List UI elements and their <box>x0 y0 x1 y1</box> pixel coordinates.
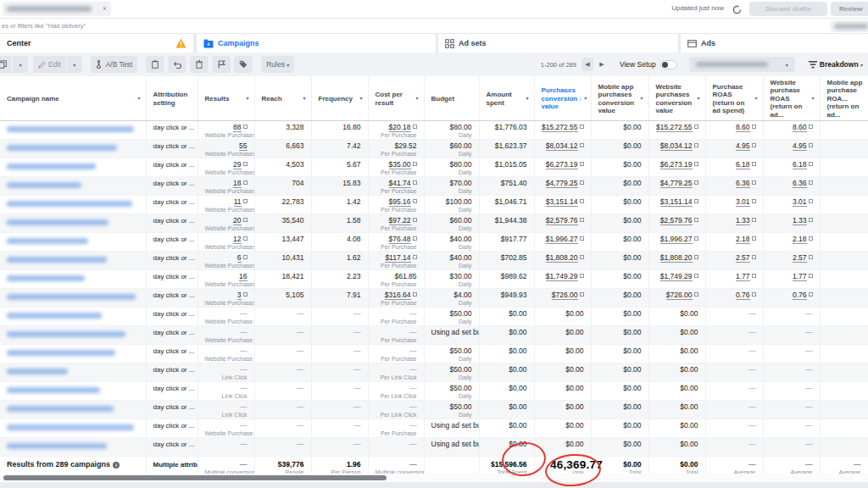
table-row[interactable]: day click or ...11Website Purchases22,78… <box>0 196 868 214</box>
proas-value[interactable]: 0.76 <box>736 291 750 300</box>
proas-value[interactable]: 8.60 <box>736 123 750 132</box>
duplicate-dropdown[interactable]: ▾ <box>13 56 28 73</box>
column-header-cost[interactable]: Cost per result▾ <box>368 76 424 121</box>
review-button[interactable]: Review <box>831 2 868 16</box>
table-row[interactable]: day click or ...—Link Click———Per Link C… <box>0 401 868 419</box>
proas-value[interactable]: 6.18 <box>736 160 750 169</box>
info-icon[interactable]: i <box>113 462 120 469</box>
date-range-picker[interactable] <box>830 20 868 32</box>
cell-campaign-name[interactable] <box>0 382 146 401</box>
cell-campaign-name[interactable] <box>0 345 146 363</box>
campaign-name-redacted[interactable] <box>7 443 107 449</box>
cell-campaign-name[interactable] <box>0 270 146 289</box>
campaign-name-redacted[interactable] <box>7 406 114 412</box>
campaign-name-redacted[interactable] <box>7 164 96 169</box>
campaign-name-redacted[interactable] <box>7 219 108 225</box>
cell-campaign-name[interactable] <box>0 233 146 252</box>
view-setup-toggle[interactable] <box>660 60 677 69</box>
header-caret-icon[interactable]: ▾ <box>246 96 248 102</box>
wproas-value[interactable]: 1.77 <box>793 272 807 281</box>
cell-campaign-name[interactable] <box>0 252 146 270</box>
campaign-name-redacted[interactable] <box>7 257 107 263</box>
cell-campaign-name[interactable] <box>0 177 146 196</box>
table-row[interactable]: day click or ...—Website Purchase———Per … <box>0 326 868 345</box>
wpcv-value[interactable]: $1,749.29 <box>660 272 693 281</box>
column-header-results[interactable]: Results▾ <box>198 76 254 121</box>
cell-campaign-name[interactable] <box>0 158 146 177</box>
cell-campaign-name[interactable] <box>0 140 146 158</box>
wproas-value[interactable]: 4.95 <box>793 141 807 151</box>
tab-ads[interactable]: Ads <box>681 34 868 53</box>
account-selector[interactable]: × <box>3 2 111 16</box>
wpcv-value[interactable]: $6,273.19 <box>660 160 693 169</box>
wproas-value[interactable]: 1.33 <box>793 216 807 225</box>
column-header-wproas[interactable]: Website purchase ROAS (return on ad...▾ <box>763 76 820 121</box>
header-caret-icon[interactable]: ▾ <box>526 96 528 102</box>
campaign-name-redacted[interactable] <box>7 182 81 188</box>
column-header-reach[interactable]: Reach▾ <box>254 76 311 121</box>
column-header-mapcv[interactable]: Mobile app purchases conversion value▾ <box>591 76 648 121</box>
cell-campaign-name[interactable] <box>0 308 146 326</box>
breakdown-button[interactable]: Breakdown ▾ <box>804 56 868 73</box>
table-row[interactable]: day click or ...20Website Purchases35,54… <box>0 214 868 233</box>
table-row[interactable]: day click or ...—Website Purchase———Per … <box>0 419 868 438</box>
column-header-pcv[interactable]: Purchases conversion value↓▾ <box>534 76 591 121</box>
cell-campaign-name[interactable] <box>0 438 146 457</box>
tab-ad-sets[interactable]: Ad sets <box>438 34 678 53</box>
pcv-value[interactable]: $6,273.19 <box>546 160 578 169</box>
tab-campaigns[interactable]: Campaigns <box>197 34 436 53</box>
edit-dropdown[interactable]: ▾ <box>67 56 82 73</box>
campaign-name-redacted[interactable] <box>7 294 136 300</box>
proas-value[interactable]: 3.01 <box>736 197 750 207</box>
table-row[interactable]: day click or ...————Using ad set bu...$0… <box>0 438 868 457</box>
wpcv-value[interactable]: $8,034.12 <box>660 141 693 151</box>
table-row[interactable]: day click or ...88Website Purchases3,328… <box>0 121 868 140</box>
columns-preset-dropdown[interactable]: ▾ <box>689 57 795 72</box>
column-header-proas[interactable]: Purchase ROAS (return on ad spend)▾ <box>705 76 763 121</box>
next-page-button[interactable]: ▶ <box>596 58 608 71</box>
column-header-budget[interactable]: Budget <box>424 76 479 121</box>
tag-button[interactable] <box>234 56 253 73</box>
pin-button[interactable] <box>212 56 231 73</box>
campaign-name-redacted[interactable] <box>7 145 117 151</box>
pcv-value[interactable]: $1,996.27 <box>546 235 578 244</box>
discard-drafts-button[interactable]: Discard drafts <box>749 2 827 16</box>
column-header-name[interactable]: Campaign name▾ <box>0 76 146 121</box>
ab-test-button[interactable]: A/B Test <box>91 56 138 73</box>
cell-campaign-name[interactable] <box>0 326 146 345</box>
wpcv-value[interactable]: $2,579.76 <box>660 216 693 225</box>
pcv-value[interactable]: $2,579.76 <box>546 216 578 225</box>
table-row[interactable]: day click or ...6Website Purchases10,431… <box>0 252 868 270</box>
cell-campaign-name[interactable] <box>0 363 146 382</box>
campaign-name-redacted[interactable] <box>7 350 115 356</box>
cell-campaign-name[interactable] <box>0 121 146 140</box>
refresh-button[interactable] <box>729 2 744 17</box>
header-caret-icon[interactable]: ▾ <box>359 96 362 102</box>
campaign-name-redacted[interactable] <box>7 313 102 319</box>
duplicate-button[interactable] <box>0 56 12 73</box>
wproas-value[interactable]: 2.18 <box>793 235 807 244</box>
scrollbar-thumb[interactable] <box>3 475 387 480</box>
prev-page-button[interactable]: ◀ <box>581 58 593 71</box>
column-header-freq[interactable]: Frequency▾ <box>311 76 368 121</box>
table-row[interactable]: day click or ...—Link Click———Per Link C… <box>0 382 868 401</box>
header-caret-icon[interactable]: ▾ <box>640 96 643 102</box>
wproas-value[interactable]: 6.36 <box>793 179 807 188</box>
wproas-value[interactable]: 8.60 <box>793 123 807 132</box>
cell-campaign-name[interactable] <box>0 401 146 419</box>
campaign-name-redacted[interactable] <box>7 369 68 374</box>
table-row[interactable]: day click or ...—Website Purchase———Per … <box>0 345 868 363</box>
pcv-value[interactable]: $3,151.14 <box>546 197 578 207</box>
pcv-value[interactable]: $1,808.20 <box>546 253 578 263</box>
pcv-value[interactable]: $4,779.25 <box>546 179 578 188</box>
cell-campaign-name[interactable] <box>0 419 146 438</box>
header-caret-icon[interactable]: ▾ <box>137 96 140 102</box>
column-header-maroas[interactable]: Mobile app purchase ROA... (return on ad… <box>820 76 868 121</box>
paste-button[interactable] <box>146 56 164 73</box>
rules-button[interactable]: Rules ▾ <box>261 56 294 73</box>
proas-value[interactable]: 1.33 <box>736 216 750 225</box>
proas-value[interactable]: 1.77 <box>736 272 750 281</box>
wproas-value[interactable]: 2.57 <box>793 253 807 263</box>
wpcv-value[interactable]: $1,808.20 <box>660 253 693 263</box>
table-row[interactable]: day click or ...—Link Click———Per Link C… <box>0 363 868 382</box>
